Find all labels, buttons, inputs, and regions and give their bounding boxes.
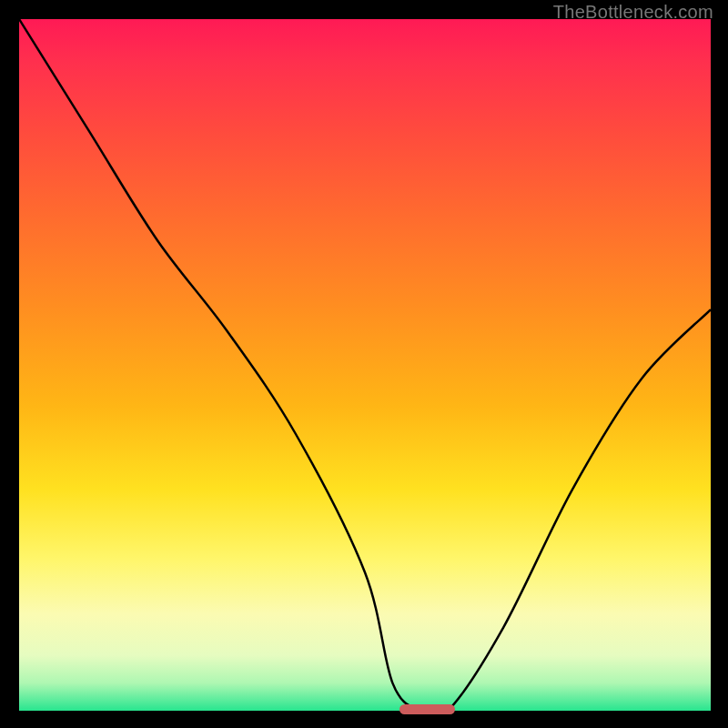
plot-area [19, 19, 711, 711]
chart-frame: TheBottleneck.com [0, 0, 728, 728]
bottleneck-curve [19, 19, 711, 711]
optimal-range-marker [399, 704, 455, 714]
